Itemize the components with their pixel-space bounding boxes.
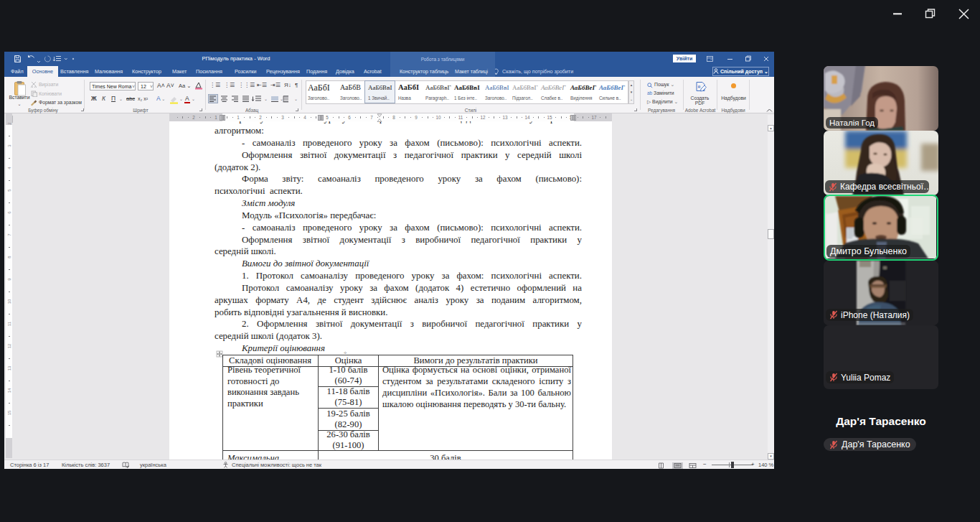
svg-text:ꭥ: ꭥ	[697, 84, 701, 88]
